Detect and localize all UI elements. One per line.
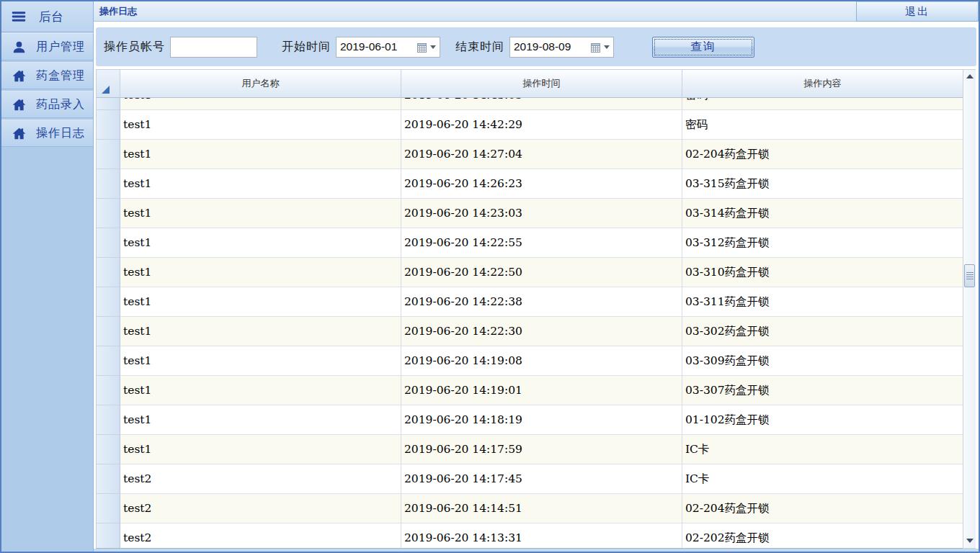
cell-time: 2019-06-20 14:19:08 (401, 346, 682, 376)
table-row[interactable]: test12019-06-20 14:22:3803-311药盒开锁 (97, 287, 963, 317)
scrollbar-thumb[interactable] (964, 264, 975, 287)
row-selector[interactable] (97, 110, 120, 140)
cell-action: 03-310药盒开锁 (682, 258, 963, 287)
end-time-label: 结束时间 (455, 40, 504, 55)
cell-time: 2019-06-20 14:17:59 (401, 435, 682, 464)
row-selector[interactable] (97, 435, 120, 464)
cell-action: 03-307药盒开锁 (682, 376, 963, 405)
bottom-strip (94, 549, 979, 552)
dropdown-arrow-icon[interactable] (604, 45, 610, 49)
cell-action: 03-315药盒开锁 (682, 169, 963, 199)
row-selector[interactable] (97, 98, 120, 110)
exit-button[interactable]: 退出 (856, 1, 979, 22)
row-selector[interactable] (97, 228, 120, 258)
row-selector[interactable] (97, 258, 120, 287)
cell-user: test1 (120, 98, 401, 110)
sidebar-item-logs[interactable]: 操作日志 (1, 120, 93, 147)
end-date-input[interactable]: 2019-08-09 (509, 37, 614, 58)
table-row[interactable]: test12019-06-20 14:43:05密码 (97, 98, 963, 110)
scrollbar-grip-icon (966, 272, 974, 280)
vertical-scrollbar[interactable] (963, 69, 976, 549)
cell-action: 密码 (682, 110, 963, 140)
row-selector[interactable] (97, 169, 120, 199)
cell-time: 2019-06-20 14:13:31 (401, 523, 682, 549)
cell-user: test1 (120, 287, 401, 317)
cell-user: test1 (120, 228, 401, 258)
sidebar-item-users[interactable]: 用户管理 (1, 33, 93, 60)
log-table: 用户名称操作时间操作内容 test12019-06-20 14:43:05密码t… (96, 69, 979, 549)
topbar: 操作日志 退出 (94, 1, 979, 22)
main-area: 操作日志 退出 操作员帐号 开始时间 2019-06-01 结束时间 2019-… (94, 1, 979, 552)
cell-action: 03-312药盒开锁 (682, 228, 963, 258)
cell-action: 01-102药盒开锁 (682, 405, 963, 435)
row-selector[interactable] (97, 494, 120, 523)
cell-action: IC卡 (682, 435, 963, 464)
row-selector[interactable] (97, 464, 120, 494)
table-row[interactable]: test12019-06-20 14:18:1901-102药盒开锁 (97, 405, 963, 435)
row-selector[interactable] (97, 317, 120, 346)
cell-user: test1 (120, 317, 401, 346)
cell-user: test2 (120, 464, 401, 494)
cell-time: 2019-06-20 14:22:30 (401, 317, 682, 346)
table-row[interactable]: test12019-06-20 14:17:59IC卡 (97, 435, 963, 464)
cell-user: test1 (120, 405, 401, 435)
spacer (94, 22, 979, 27)
table-row[interactable]: test12019-06-20 14:22:5503-312药盒开锁 (97, 228, 963, 258)
scroll-up-button[interactable] (964, 71, 975, 81)
operator-account-label: 操作员帐号 (104, 40, 165, 55)
table-header-row: 用户名称操作时间操作内容 (96, 69, 963, 98)
cell-time: 2019-06-20 14:43:05 (401, 98, 682, 110)
row-selector[interactable] (97, 346, 120, 376)
sidebar-item-boxes[interactable]: 药盒管理 (1, 62, 93, 89)
cell-time: 2019-06-20 14:22:50 (401, 258, 682, 287)
table-row[interactable]: test12019-06-20 14:42:29密码 (97, 110, 963, 140)
corner-triangle-icon (102, 86, 110, 94)
table-row[interactable]: test12019-06-20 14:27:0402-204药盒开锁 (97, 140, 963, 169)
table-row[interactable]: test22019-06-20 14:13:3102-202药盒开锁 (97, 523, 963, 549)
sidebar-item-label: 操作日志 (36, 126, 85, 141)
start-date-input[interactable]: 2019-06-01 (336, 37, 440, 58)
table-row[interactable]: test12019-06-20 14:19:0103-307药盒开锁 (97, 376, 963, 405)
cell-time: 2019-06-20 14:19:01 (401, 376, 682, 405)
query-button[interactable]: 查询 (652, 37, 754, 58)
sidebar-nav: 用户管理药盒管理药品录入操作日志 (1, 33, 93, 148)
row-selector[interactable] (97, 199, 120, 228)
cell-time: 2019-06-20 14:22:55 (401, 228, 682, 258)
table-row[interactable]: test12019-06-20 14:22:5003-310药盒开锁 (97, 258, 963, 287)
scroll-down-button[interactable] (964, 536, 975, 546)
row-selector[interactable] (97, 405, 120, 435)
sidebar-item-label: 用户管理 (36, 40, 85, 55)
column-header-0[interactable]: 用户名称 (120, 70, 401, 98)
operator-account-input[interactable] (170, 37, 257, 58)
table-row[interactable]: test12019-06-20 14:22:3003-302药盒开锁 (97, 317, 963, 346)
sidebar-item-entry[interactable]: 药品录入 (1, 91, 93, 118)
cell-time: 2019-06-20 14:27:04 (401, 140, 682, 169)
table-row[interactable]: test12019-06-20 14:19:0803-309药盒开锁 (97, 346, 963, 376)
sidebar: 后台 用户管理药盒管理药品录入操作日志 (1, 1, 94, 552)
table-body: test12019-06-20 14:43:05密码test12019-06-2… (96, 98, 963, 549)
row-selector[interactable] (97, 376, 120, 405)
calendar-icon[interactable] (591, 42, 600, 52)
calendar-icon[interactable] (417, 42, 427, 52)
table-columns: 用户名称操作时间操作内容 test12019-06-20 14:43:05密码t… (96, 69, 963, 549)
row-selector[interactable] (97, 287, 120, 317)
table-row[interactable]: test12019-06-20 14:23:0303-314药盒开锁 (97, 199, 963, 228)
cell-time: 2019-06-20 14:26:23 (401, 169, 682, 199)
sidebar-header[interactable]: 后台 (1, 1, 93, 32)
cell-time: 2019-06-20 14:14:51 (401, 494, 682, 523)
column-header-2[interactable]: 操作内容 (682, 70, 963, 98)
cell-action: 03-309药盒开锁 (682, 346, 963, 376)
cell-action: IC卡 (682, 464, 963, 494)
row-selector[interactable] (97, 523, 120, 549)
column-header-1[interactable]: 操作时间 (401, 70, 682, 98)
home-icon (12, 98, 26, 112)
table-row[interactable]: test22019-06-20 14:14:5102-204药盒开锁 (97, 494, 963, 523)
sidebar-item-label: 药品录入 (36, 97, 85, 112)
home-icon (12, 127, 26, 140)
table-row[interactable]: test12019-06-20 14:26:2303-315药盒开锁 (97, 169, 963, 199)
dropdown-arrow-icon[interactable] (430, 45, 436, 49)
menu-icon[interactable] (9, 9, 28, 24)
select-all-header-cell[interactable] (97, 70, 120, 98)
row-selector[interactable] (97, 140, 120, 169)
table-row[interactable]: test22019-06-20 14:17:45IC卡 (97, 464, 963, 494)
